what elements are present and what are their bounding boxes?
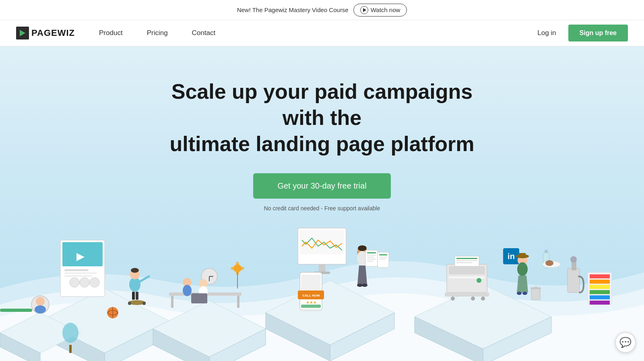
illustration-area: CALL NOW ★★★ bbox=[0, 208, 644, 361]
announcement-text: New! The Pagewiz Mastery Video Course bbox=[237, 6, 349, 13]
svg-point-19 bbox=[128, 302, 131, 305]
nav-links: Product Pricing Contact bbox=[99, 29, 537, 37]
svg-rect-83 bbox=[456, 262, 473, 263]
svg-point-86 bbox=[471, 297, 475, 301]
svg-rect-48 bbox=[319, 264, 325, 272]
svg-rect-47 bbox=[300, 230, 344, 254]
svg-text:in: in bbox=[508, 252, 515, 261]
chat-bubble-button[interactable]: 💬 bbox=[615, 332, 636, 353]
svg-rect-113 bbox=[590, 295, 610, 299]
svg-rect-110 bbox=[590, 280, 610, 284]
svg-point-93 bbox=[517, 262, 528, 276]
nav-contact[interactable]: Contact bbox=[192, 29, 216, 37]
nav-right: Log in Sign up free bbox=[537, 25, 628, 41]
nav-product[interactable]: Product bbox=[99, 29, 123, 37]
logo-text: PAGEWIZ bbox=[31, 28, 75, 38]
svg-rect-64 bbox=[367, 252, 376, 253]
svg-rect-122 bbox=[69, 345, 72, 353]
navbar: PAGEWIZ Product Pricing Contact Log in S… bbox=[0, 20, 644, 46]
svg-point-20 bbox=[142, 302, 146, 305]
svg-rect-56 bbox=[301, 309, 321, 311]
svg-point-61 bbox=[357, 284, 363, 287]
svg-point-62 bbox=[362, 284, 367, 287]
svg-point-96 bbox=[522, 292, 527, 295]
svg-rect-109 bbox=[590, 274, 610, 278]
logo-icon bbox=[16, 27, 29, 39]
watch-now-button[interactable]: Watch now bbox=[353, 4, 407, 17]
svg-point-10 bbox=[80, 278, 89, 287]
svg-point-11 bbox=[90, 278, 99, 287]
svg-rect-111 bbox=[590, 285, 610, 289]
svg-rect-71 bbox=[379, 257, 387, 257]
hero-title-line1: Scale up your paid campaigns with the bbox=[171, 80, 473, 129]
announcement-bar: New! The Pagewiz Mastery Video Course Wa… bbox=[0, 0, 644, 20]
signup-button[interactable]: Sign up free bbox=[568, 25, 628, 41]
logo-arrow-icon bbox=[20, 30, 25, 36]
svg-point-118 bbox=[36, 297, 45, 306]
svg-rect-65 bbox=[367, 255, 376, 255]
svg-rect-36 bbox=[191, 293, 207, 303]
svg-rect-101 bbox=[531, 288, 540, 300]
hero-title: Scale up your paid campaigns with the ul… bbox=[157, 79, 487, 157]
svg-rect-81 bbox=[456, 258, 477, 259]
play-icon bbox=[360, 6, 368, 14]
svg-rect-6 bbox=[64, 272, 97, 274]
logo[interactable]: PAGEWIZ bbox=[16, 27, 75, 39]
nav-pricing[interactable]: Pricing bbox=[147, 29, 168, 37]
svg-rect-77 bbox=[449, 266, 485, 274]
svg-rect-66 bbox=[367, 257, 374, 257]
svg-point-119 bbox=[35, 305, 46, 313]
svg-point-85 bbox=[451, 297, 455, 301]
svg-rect-120 bbox=[0, 309, 32, 312]
svg-rect-70 bbox=[379, 254, 387, 255]
svg-rect-82 bbox=[456, 260, 477, 261]
svg-point-107 bbox=[570, 256, 577, 263]
svg-point-39 bbox=[239, 267, 244, 270]
svg-rect-80 bbox=[455, 256, 479, 266]
hero-illustration: CALL NOW ★★★ bbox=[0, 208, 644, 361]
svg-rect-5 bbox=[64, 269, 89, 271]
chat-icon: 💬 bbox=[619, 337, 632, 348]
svg-text:★★★: ★★★ bbox=[306, 300, 317, 305]
svg-rect-72 bbox=[379, 259, 386, 259]
watch-now-label: Watch now bbox=[371, 6, 400, 13]
svg-point-33 bbox=[183, 285, 192, 296]
trial-cta-button[interactable]: Get your 30-day free trial bbox=[253, 173, 390, 199]
svg-point-9 bbox=[70, 278, 79, 287]
svg-rect-102 bbox=[530, 287, 541, 289]
svg-point-121 bbox=[62, 323, 78, 343]
svg-point-58 bbox=[358, 245, 367, 251]
svg-rect-4 bbox=[62, 242, 103, 266]
hero-title-line2: ultimate landing page platform bbox=[170, 132, 475, 156]
svg-text:CALL NOW: CALL NOW bbox=[303, 294, 320, 297]
svg-point-95 bbox=[517, 292, 522, 295]
svg-point-41 bbox=[236, 261, 239, 267]
svg-point-38 bbox=[231, 267, 236, 270]
svg-rect-68 bbox=[367, 261, 373, 261]
svg-marker-94 bbox=[517, 276, 528, 293]
svg-rect-105 bbox=[568, 268, 580, 293]
svg-point-100 bbox=[545, 260, 553, 266]
svg-rect-28 bbox=[237, 296, 239, 308]
svg-point-14 bbox=[131, 268, 139, 273]
hero-section: Scale up your paid campaigns with the ul… bbox=[0, 46, 644, 361]
svg-rect-112 bbox=[590, 290, 610, 294]
login-link[interactable]: Log in bbox=[537, 29, 556, 37]
play-triangle-icon bbox=[363, 8, 366, 12]
svg-rect-114 bbox=[590, 301, 610, 305]
svg-rect-27 bbox=[171, 296, 173, 308]
svg-rect-98 bbox=[545, 250, 548, 253]
svg-marker-60 bbox=[357, 266, 367, 284]
svg-rect-7 bbox=[64, 275, 93, 277]
svg-point-87 bbox=[481, 297, 485, 301]
svg-rect-15 bbox=[132, 292, 135, 300]
svg-rect-55 bbox=[301, 305, 321, 308]
svg-rect-16 bbox=[136, 292, 138, 300]
svg-rect-92 bbox=[519, 253, 526, 257]
svg-rect-67 bbox=[367, 259, 376, 259]
svg-rect-79 bbox=[445, 293, 489, 297]
svg-point-84 bbox=[477, 278, 481, 283]
